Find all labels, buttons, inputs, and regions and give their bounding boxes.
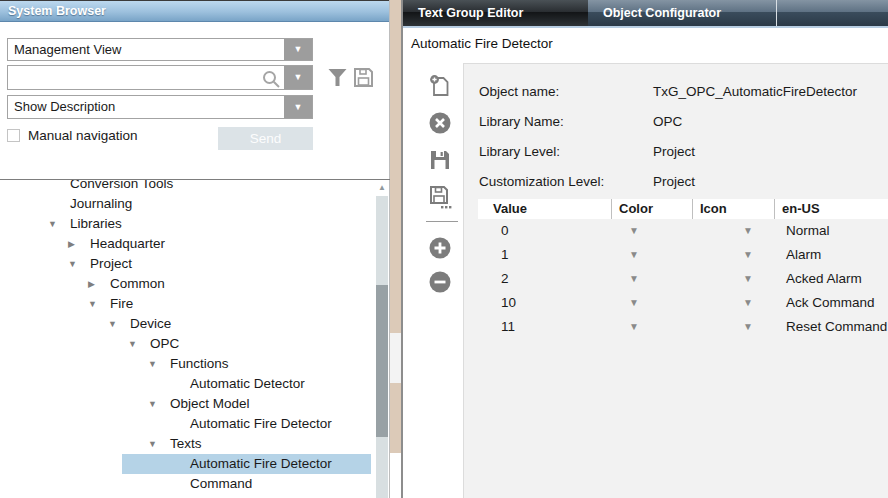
chevron-expanded-icon[interactable]: ▼ [128,334,150,354]
manual-navigation-checkbox[interactable] [7,129,20,142]
chevron-expanded-icon[interactable]: ▼ [48,214,70,234]
chevron-expanded-icon[interactable]: ▼ [68,254,90,274]
cell-text-en-us[interactable]: Alarm [774,243,888,267]
scrollbar-track[interactable] [376,196,388,498]
icon-dropdown-icon[interactable]: ▼ [692,267,774,291]
tree-item-opc[interactable]: ▼OPC [0,334,374,354]
color-dropdown-icon[interactable]: ▼ [611,291,692,315]
tree-item-automatic-fire-detector[interactable]: Automatic Fire Detector [0,414,374,434]
manual-navigation-label: Manual navigation [28,128,138,143]
system-browser-panel: System Browser Management View ▼ ▼ Show … [0,0,390,498]
view-dropdown[interactable]: Management View ▼ [7,38,313,61]
tree-item-label: Object Model [170,396,250,411]
chevron-collapsed-icon[interactable]: ▶ [88,274,110,294]
table-row[interactable]: 1▼▼Alarm [478,243,888,267]
color-dropdown-icon[interactable]: ▼ [611,219,692,243]
add-row-icon[interactable] [428,236,452,260]
icon-dropdown-icon[interactable]: ▼ [692,315,774,339]
save-as-icon[interactable] [428,184,452,208]
form-row: Library Level:Project [479,136,878,166]
tab-text-group-editor[interactable]: Text Group Editor [403,0,588,26]
tree-item-label: Automatic Detector [190,376,305,391]
scroll-up-icon[interactable]: ▲ [374,180,390,196]
delete-icon[interactable] [428,111,452,135]
tree-item-project[interactable]: ▼Project [0,254,374,274]
chevron-expanded-icon[interactable]: ▼ [148,394,170,414]
editor-content: Object name:TxG_OPC_AutomaticFireDetecto… [463,63,888,498]
tree-item-fire[interactable]: ▼Fire [0,294,374,314]
search-dropdown-button[interactable]: ▼ [284,66,312,89]
tab-bar: Text Group Editor Object Configurator [403,0,888,26]
desktop-gap-patch [390,453,401,498]
filter-icon[interactable] [327,67,348,88]
color-dropdown-icon[interactable]: ▼ [611,315,692,339]
cell-text-en-us[interactable]: Normal [774,219,888,243]
save-icon[interactable] [428,148,452,172]
tree-item-libraries[interactable]: ▼Libraries [0,214,374,234]
search-input[interactable] [10,68,265,87]
table-row[interactable]: 2▼▼Acked Alarm [478,267,888,291]
cell-value: 10 [478,291,611,315]
editor-panel: Text Group Editor Object Configurator Au… [401,0,888,498]
tree-scrollbar[interactable]: ▲ [374,180,390,498]
tab-accent-line [403,26,888,28]
chevron-expanded-icon[interactable]: ▼ [148,434,170,454]
color-dropdown-icon[interactable]: ▼ [611,243,692,267]
tree-item-device[interactable]: ▼Device [0,314,374,334]
cell-text-en-us[interactable]: Ack Command [774,291,888,315]
description-dropdown[interactable]: Show Description ▼ [7,95,313,119]
description-dropdown-button[interactable]: ▼ [284,96,312,118]
tree-item-label: Automatic Fire Detector [190,416,332,431]
tree-item-conversion-tools[interactable]: Conversion Tools [0,180,374,194]
tree-item-common[interactable]: ▶Common [0,274,374,294]
new-text-group-icon[interactable] [428,74,452,98]
tree-item-functions[interactable]: ▼Functions [0,354,374,374]
column-header-value: Value [478,199,611,219]
tree-item-object-model[interactable]: ▼Object Model [0,394,374,414]
remove-row-icon[interactable] [428,270,452,294]
chevron-expanded-icon[interactable]: ▼ [88,294,110,314]
chevron-collapsed-icon[interactable]: ▶ [68,234,90,254]
tree-item-texts[interactable]: ▼Texts [0,434,374,454]
tree-item-headquarter[interactable]: ▶Headquarter [0,234,374,254]
cell-text-en-us[interactable]: Acked Alarm [774,267,888,291]
form-field-value: Project [653,144,695,159]
search-icon[interactable] [261,69,281,89]
app-window: { "colors": { "panel_header_top": "#bcd8… [0,0,888,498]
chevron-expanded-icon[interactable]: ▼ [108,314,130,334]
cell-text-en-us[interactable]: Reset Command [774,315,888,339]
form-field-value: Project [653,174,695,189]
table-row[interactable]: 11▼▼Reset Command [478,315,888,339]
editor-title: Automatic Fire Detector [411,36,553,51]
search-box: ▼ [7,65,313,90]
scrollbar-thumb[interactable] [376,285,388,437]
tree-item-journaling[interactable]: Journaling [0,194,374,214]
cell-value: 2 [478,267,611,291]
form-field-label: Customization Level: [479,174,653,189]
value-table: Value Color Icon en-US 0▼▼Normal1▼▼Alarm… [478,199,888,339]
table-row[interactable]: 10▼▼Ack Command [478,291,888,315]
column-header-color: Color [611,199,692,219]
column-header-en-us: en-US [774,199,888,219]
tree-item-command[interactable]: Command [0,474,374,494]
tree-item-automatic-fire-detector[interactable]: Automatic Fire Detector [0,454,371,474]
chevron-expanded-icon[interactable]: ▼ [148,354,170,374]
chevron-down-icon: ▼ [294,44,303,54]
icon-dropdown-icon[interactable]: ▼ [692,219,774,243]
tree-item-label: Device [130,316,171,331]
table-row[interactable]: 0▼▼Normal [478,219,888,243]
send-button[interactable]: Send [218,127,313,150]
color-dropdown-icon[interactable]: ▼ [611,267,692,291]
tree-item-automatic-detector[interactable]: Automatic Detector [0,374,374,394]
icon-dropdown-icon[interactable]: ▼ [692,291,774,315]
toolbar-separator [426,221,458,222]
view-dropdown-button[interactable]: ▼ [284,39,312,60]
editor-toolbar [403,60,463,498]
icon-dropdown-icon[interactable]: ▼ [692,243,774,267]
view-dropdown-value: Management View [14,39,121,60]
form-field-value: OPC [653,114,682,129]
save-search-icon[interactable] [352,66,375,89]
cell-value: 0 [478,219,611,243]
properties-form: Object name:TxG_OPC_AutomaticFireDetecto… [479,76,878,196]
tab-object-configurator[interactable]: Object Configurator [588,0,777,26]
